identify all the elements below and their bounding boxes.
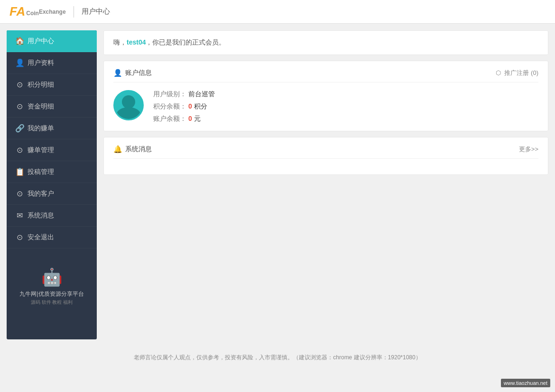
more-link[interactable]: 更多>> bbox=[519, 145, 538, 154]
logo-coin: Coin bbox=[26, 10, 39, 17]
sidebar-item-customers[interactable]: ⊙ 我的客户 bbox=[7, 183, 97, 205]
sidebar-item-complaint[interactable]: 📋 投稿管理 bbox=[7, 161, 97, 183]
promo-label: 推广注册 bbox=[504, 69, 529, 76]
header-title: 用户中心 bbox=[82, 7, 110, 16]
user-level-label: 用户级别： bbox=[153, 90, 186, 98]
sidebar-label-orders: 我的赚单 bbox=[28, 124, 54, 133]
welcome-card: 嗨，test04，你已是我们的正式会员。 bbox=[103, 30, 548, 55]
share-icon: ⬡ bbox=[496, 69, 501, 76]
sidebar-item-order-mgmt[interactable]: ⊙ 赚单管理 bbox=[7, 139, 97, 161]
account-details: 用户级别： 前台巡管 积分余额： 0 积分 账户余额： 0 元 bbox=[153, 90, 215, 123]
welcome-pre: 嗨， bbox=[113, 38, 127, 46]
logo-fa: FA bbox=[9, 4, 25, 19]
promo-register-link[interactable]: ⬡ 推广注册 (0) bbox=[496, 69, 538, 77]
sidebar-label-messages: 系统消息 bbox=[28, 211, 54, 220]
sidebar-item-profile[interactable]: 👤 用户资料 bbox=[7, 52, 97, 74]
funds-icon: ⊙ bbox=[15, 102, 24, 111]
balance-row: 账户余额： 0 元 bbox=[153, 115, 215, 123]
user-level-row: 用户级别： 前台巡管 bbox=[153, 90, 215, 99]
home-icon: 🏠 bbox=[15, 36, 24, 46]
sidebar-label-funds: 资金明细 bbox=[28, 102, 54, 111]
footer-text: 老师言论仅属个人观点，仅供参考，投资有风险，入市需谨慎。（建议浏览器：chrom… bbox=[134, 354, 421, 361]
logo[interactable]: FA Coin Exchange bbox=[9, 4, 66, 19]
brand-sub: 源码 软件 教程 福利 bbox=[11, 299, 92, 306]
sidebar-label-order-mgmt: 赚单管理 bbox=[28, 146, 54, 155]
brand-name: 九牛网|优质资源分享平台 bbox=[11, 290, 92, 298]
account-title-text: 账户信息 bbox=[125, 69, 152, 77]
messages-icon: ✉ bbox=[15, 211, 24, 220]
sidebar-item-messages[interactable]: ✉ 系统消息 bbox=[7, 205, 97, 227]
logout-icon: ⊙ bbox=[15, 233, 24, 242]
sidebar-label-complaint: 投稿管理 bbox=[28, 168, 54, 176]
order-mgmt-icon: ⊙ bbox=[15, 146, 24, 155]
system-title-text: 系统消息 bbox=[125, 145, 152, 154]
sidebar-item-points[interactable]: ⊙ 积分明细 bbox=[7, 74, 97, 96]
header-divider bbox=[74, 6, 74, 18]
system-message-card: 🔔 系统消息 更多>> bbox=[103, 137, 548, 175]
sidebar-footer: 🤖 九牛网|优质资源分享平台 源码 软件 教程 福利 bbox=[7, 258, 97, 315]
sidebar-item-dashboard[interactable]: 🏠 用户中心 bbox=[7, 30, 97, 52]
points-value: 0 bbox=[188, 102, 192, 110]
sidebar-label-customers: 我的客户 bbox=[28, 190, 54, 198]
logo-exchange: Exchange bbox=[39, 9, 66, 15]
sidebar-label-profile: 用户资料 bbox=[28, 59, 54, 67]
sidebar: 🏠 用户中心 👤 用户资料 ⊙ 积分明细 ⊙ 资金明细 🔗 我的赚单 ⊙ 赚单管… bbox=[7, 30, 97, 339]
balance-label: 账户余额： bbox=[153, 115, 186, 122]
main-layout: 🏠 用户中心 👤 用户资料 ⊙ 积分明细 ⊙ 资金明细 🔗 我的赚单 ⊙ 赚单管… bbox=[0, 24, 555, 346]
bell-icon: 🔔 bbox=[113, 145, 122, 154]
account-card: 👤 账户信息 ⬡ 推广注册 (0) 用户级别： 前台巡管 积分 bbox=[103, 61, 548, 131]
account-info-body: 用户级别： 前台巡管 积分余额： 0 积分 账户余额： 0 元 bbox=[113, 90, 538, 123]
balance-value: 0 bbox=[188, 115, 192, 122]
user-level-value: 前台巡管 bbox=[188, 90, 215, 98]
points-row: 积分余额： 0 积分 bbox=[153, 102, 215, 111]
customers-icon: ⊙ bbox=[15, 189, 24, 198]
robot-icon: 🤖 bbox=[11, 267, 92, 287]
points-unit-text: 积分 bbox=[194, 102, 207, 110]
user-icon: 👤 bbox=[15, 58, 24, 67]
header: FA Coin Exchange 用户中心 bbox=[0, 0, 555, 24]
sidebar-label-dashboard: 用户中心 bbox=[28, 37, 54, 46]
promo-count: (0) bbox=[531, 69, 538, 76]
footer: 老师言论仅属个人观点，仅供参考，投资有风险，入市需谨慎。（建议浏览器：chrom… bbox=[0, 346, 555, 369]
sidebar-label-points: 积分明细 bbox=[28, 81, 54, 89]
sidebar-item-orders[interactable]: 🔗 我的赚单 bbox=[7, 118, 97, 139]
account-card-title: 👤 账户信息 bbox=[113, 69, 152, 77]
account-icon: 👤 bbox=[113, 69, 122, 77]
system-card-title: 🔔 系统消息 bbox=[113, 145, 152, 154]
balance-unit: 元 bbox=[194, 115, 201, 122]
points-label: 积分余额： bbox=[153, 102, 186, 110]
avatar bbox=[113, 90, 144, 120]
welcome-username: test04 bbox=[127, 38, 146, 46]
welcome-post: ，你已是我们的正式会员。 bbox=[146, 38, 225, 46]
sidebar-item-logout[interactable]: ⊙ 安全退出 bbox=[7, 227, 97, 248]
sidebar-item-funds[interactable]: ⊙ 资金明细 bbox=[7, 96, 97, 118]
orders-icon: 🔗 bbox=[15, 124, 24, 133]
complaint-icon: 📋 bbox=[15, 167, 24, 176]
system-card-header: 🔔 系统消息 更多>> bbox=[113, 145, 538, 159]
sidebar-label-logout: 安全退出 bbox=[28, 233, 54, 242]
account-card-header: 👤 账户信息 ⬡ 推广注册 (0) bbox=[113, 69, 538, 82]
points-icon: ⊙ bbox=[15, 80, 24, 89]
content-area: 嗨，test04，你已是我们的正式会员。 👤 账户信息 ⬡ 推广注册 (0) bbox=[103, 30, 548, 339]
